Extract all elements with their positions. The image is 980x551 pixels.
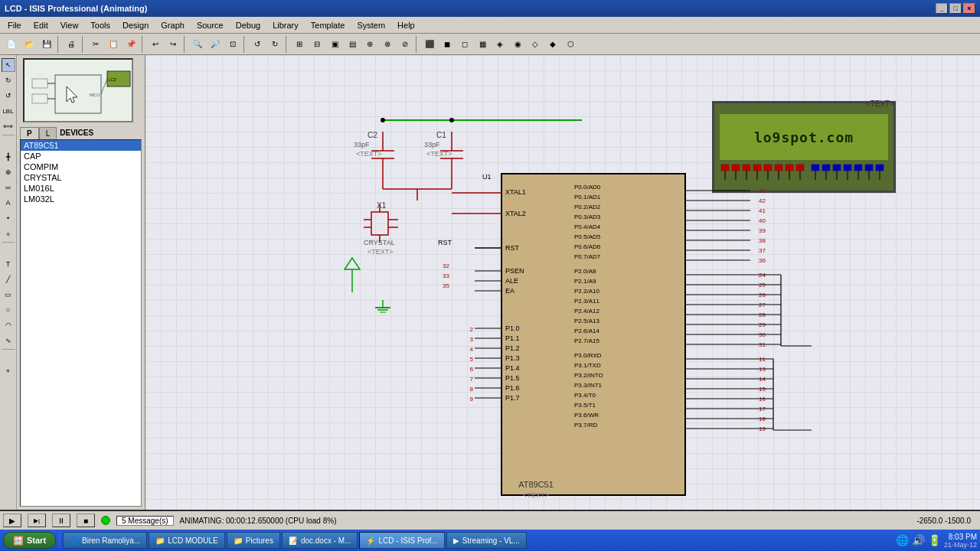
power-tool[interactable]: ⏚ bbox=[2, 227, 15, 240]
add-tool[interactable]: + bbox=[2, 364, 15, 378]
taskbar-pictures[interactable]: 📁Pictures bbox=[227, 532, 280, 549]
toolbar-extra12[interactable]: ◈ bbox=[492, 36, 508, 53]
stop-button[interactable]: ■ bbox=[77, 514, 95, 527]
pause-button[interactable]: ⏸ bbox=[52, 514, 70, 527]
line-tool[interactable]: ╱ bbox=[2, 272, 15, 286]
wire-tool[interactable]: ╋ bbox=[2, 150, 15, 164]
taskbar-lcd-module[interactable]: 📁LCD MODULE bbox=[149, 532, 225, 549]
toolbar-row1: 📄 📂 💾 🖨 ✂ 📋 📌 ↩ ↪ 🔍 🔎 ⊡ ↺ ↻ ⊞ ⊟ ▣ ▤ ⊕ ⊗ … bbox=[0, 34, 980, 55]
menu-design[interactable]: Design bbox=[116, 19, 155, 31]
cut-button[interactable]: ✂ bbox=[87, 36, 104, 53]
toolbar-extra1[interactable]: ⊞ bbox=[291, 36, 308, 53]
junction-tool[interactable]: • bbox=[2, 211, 15, 225]
redo-button[interactable]: ↪ bbox=[165, 36, 181, 53]
svg-text:XTAL2: XTAL2 bbox=[505, 210, 526, 217]
minimize-button[interactable]: _ bbox=[936, 3, 948, 14]
taskbar-word[interactable]: 📝doc.docx - M... bbox=[282, 532, 358, 549]
device-compim[interactable]: COMPIM bbox=[21, 161, 141, 172]
toolbar-extra6[interactable]: ⊗ bbox=[379, 36, 396, 53]
start-button[interactable]: 🪟 Start bbox=[3, 532, 56, 549]
print-button[interactable]: 🖨 bbox=[63, 36, 80, 53]
toolbar-extra8[interactable]: ⬛ bbox=[421, 36, 438, 53]
label-tool[interactable]: A bbox=[2, 196, 15, 210]
svg-text:P3.0/RXD: P3.0/RXD bbox=[574, 352, 602, 359]
undo-button[interactable]: ↩ bbox=[147, 36, 164, 53]
new-button[interactable]: 📄 bbox=[3, 36, 20, 53]
zoom-out-button[interactable]: 🔎 bbox=[207, 36, 224, 53]
toolbar-extra9[interactable]: ◼ bbox=[439, 36, 456, 53]
zoom-in-button[interactable]: 🔍 bbox=[189, 36, 206, 53]
svg-marker-9 bbox=[67, 86, 77, 103]
svg-text:42: 42 bbox=[759, 197, 766, 204]
svg-text:LCD: LCD bbox=[109, 77, 116, 82]
rotate-ccw-tool[interactable]: ↺ bbox=[2, 89, 15, 103]
zoom-fit-button[interactable]: ⊡ bbox=[224, 36, 241, 53]
toolbar-extra7[interactable]: ⊘ bbox=[397, 36, 413, 53]
toolbar-extra15[interactable]: ◆ bbox=[544, 36, 561, 53]
copy-button[interactable]: 📋 bbox=[105, 36, 122, 53]
toolbar-extra14[interactable]: ◇ bbox=[527, 36, 544, 53]
tab-layers[interactable]: L bbox=[39, 127, 57, 139]
menu-debug[interactable]: Debug bbox=[230, 19, 266, 31]
taskbar-sep bbox=[59, 533, 60, 548]
open-button[interactable]: 📂 bbox=[21, 36, 38, 53]
menu-graph[interactable]: Graph bbox=[155, 19, 191, 31]
svg-text:40: 40 bbox=[759, 217, 766, 224]
close-button[interactable]: × bbox=[963, 3, 975, 14]
svg-text:36: 36 bbox=[759, 257, 766, 264]
svg-text:7: 7 bbox=[470, 376, 474, 383]
move-tool[interactable]: ⟺ bbox=[2, 119, 15, 133]
rect-tool[interactable]: ▭ bbox=[2, 288, 15, 302]
device-lm032l[interactable]: LM032L bbox=[21, 194, 141, 204]
toolbar-extra2[interactable]: ⊟ bbox=[309, 36, 325, 53]
schematic-canvas[interactable]: <TEXT> lo9spot.com bbox=[145, 55, 980, 510]
svg-text:P2.0/A8: P2.0/A8 bbox=[574, 268, 596, 275]
svg-rect-72 bbox=[501, 174, 685, 495]
taskbar-streaming[interactable]: ▶Streaming - VL... bbox=[446, 532, 527, 549]
tab-parts[interactable]: P bbox=[20, 127, 39, 139]
toolbar-extra5[interactable]: ⊕ bbox=[361, 36, 378, 53]
menu-system[interactable]: System bbox=[351, 19, 391, 31]
toolbar-extra16[interactable]: ⬡ bbox=[562, 36, 579, 53]
menu-template[interactable]: Template bbox=[305, 19, 351, 31]
text-tool[interactable]: T bbox=[2, 257, 15, 271]
rotate-cw-tool[interactable]: ↻ bbox=[2, 73, 15, 87]
device-cap[interactable]: CAP bbox=[21, 151, 141, 161]
device-crystal[interactable]: CRYSTAL bbox=[21, 172, 141, 183]
device-at89c51[interactable]: AT89C51 bbox=[21, 140, 141, 151]
path-tool[interactable]: ∿ bbox=[2, 334, 15, 347]
rotate-right-button[interactable]: ↻ bbox=[266, 36, 283, 53]
menu-view[interactable]: View bbox=[54, 19, 85, 31]
device-lm016l[interactable]: LM016L bbox=[21, 183, 141, 194]
circle-tool[interactable]: ○ bbox=[2, 303, 15, 317]
component-tool[interactable]: ⊕ bbox=[2, 165, 15, 179]
svg-text:P1.5: P1.5 bbox=[505, 374, 520, 382]
play-button[interactable]: ▶ bbox=[3, 514, 21, 527]
toolbar-extra10[interactable]: ◻ bbox=[456, 36, 473, 53]
device-list[interactable]: AT89C51 CAP COMPIM CRYSTAL LM016L LM032L bbox=[20, 139, 142, 507]
toolbar-extra4[interactable]: ▤ bbox=[344, 36, 361, 53]
toolbar-extra3[interactable]: ▣ bbox=[326, 36, 343, 53]
menu-library[interactable]: Library bbox=[266, 19, 305, 31]
menu-tools[interactable]: Tools bbox=[84, 19, 116, 31]
maximize-button[interactable]: □ bbox=[949, 3, 962, 14]
toolbar-extra13[interactable]: ◉ bbox=[509, 36, 526, 53]
svg-text:37: 37 bbox=[759, 247, 766, 254]
svg-text:P1.4: P1.4 bbox=[505, 364, 520, 372]
taskbar-isis[interactable]: ⚡LCD - ISIS Prof... bbox=[359, 532, 444, 549]
step-button[interactable]: ▶| bbox=[28, 514, 46, 527]
input-box[interactable]: LBL bbox=[2, 104, 15, 118]
menu-source[interactable]: Source bbox=[191, 19, 230, 31]
toolbar-extra11[interactable]: ▦ bbox=[474, 36, 491, 53]
bus-tool[interactable]: ═ bbox=[2, 181, 15, 194]
menu-file[interactable]: File bbox=[2, 19, 28, 31]
menu-edit[interactable]: Edit bbox=[28, 19, 54, 31]
save-button[interactable]: 💾 bbox=[38, 36, 55, 53]
menu-help[interactable]: Help bbox=[391, 19, 421, 31]
taskbar-biren[interactable]: 👤Biren Ramoliya... bbox=[63, 532, 147, 549]
paste-button[interactable]: 📌 bbox=[122, 36, 139, 53]
select-tool[interactable]: ↖ bbox=[2, 58, 15, 72]
rotate-left-button[interactable]: ↺ bbox=[249, 36, 266, 53]
arc-tool[interactable]: ◠ bbox=[2, 318, 15, 332]
svg-text:38: 38 bbox=[759, 237, 766, 244]
